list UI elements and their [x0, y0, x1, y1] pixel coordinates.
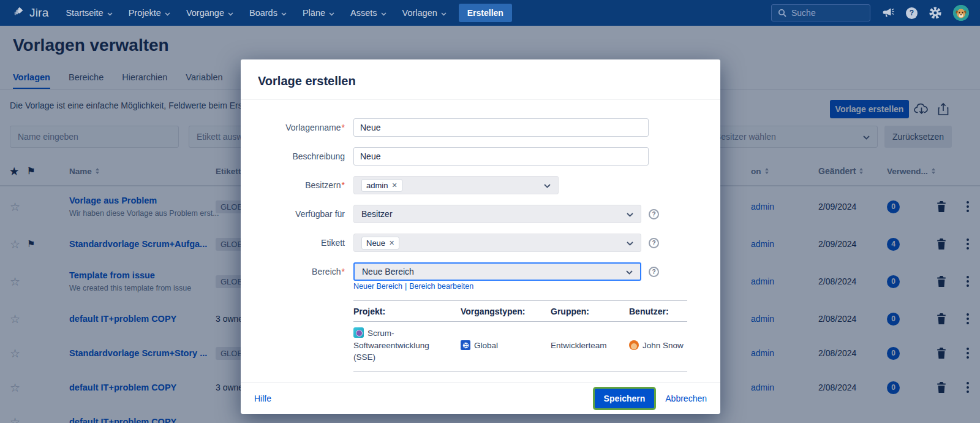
create-button[interactable]: Erstellen	[459, 4, 512, 22]
preview-users-header: Benutzer:	[629, 307, 687, 316]
chevron-down-icon	[627, 238, 633, 248]
owner-chip: admin✕	[361, 179, 402, 192]
new-scope-link[interactable]: Neuer Bereich	[353, 282, 402, 291]
jira-logo-icon	[12, 6, 26, 20]
chevron-down-icon	[381, 8, 386, 18]
edit-scope-link[interactable]: Bereich bearbeiten	[409, 282, 473, 291]
brand-label: Jira	[29, 6, 48, 20]
modal-header: Vorlage erstellen	[241, 59, 720, 100]
top-navbar: Jira StartseiteProjekteVorgängeBoardsPlä…	[0, 0, 980, 26]
modal-body: Vorlagenname* Beschreibung Besitzern* ad…	[241, 100, 720, 372]
scope-label: Bereich*	[258, 267, 345, 276]
label-help-icon[interactable]: ?	[649, 238, 659, 248]
announcements-megaphone-icon[interactable]	[881, 7, 895, 19]
label-select[interactable]: Neue✕	[353, 234, 641, 252]
nav-item-assets[interactable]: Assets	[344, 4, 393, 21]
chevron-down-icon	[165, 8, 170, 18]
preview-groups-header: Gruppen:	[551, 307, 629, 316]
nav-item-boards[interactable]: Boards	[243, 4, 293, 21]
chevron-down-icon	[441, 8, 447, 18]
remove-owner-icon[interactable]: ✕	[391, 181, 397, 189]
save-button[interactable]: Speichern	[595, 389, 655, 408]
preview-project-cell: Scrum-Softwareentwicklung (SSE)	[353, 327, 461, 364]
description-label: Beschreibung	[258, 151, 345, 161]
preview-groups-cell: Entwicklerteam	[551, 341, 629, 350]
nav-item-projekte[interactable]: Projekte	[123, 4, 176, 21]
chevron-down-icon	[281, 8, 287, 18]
create-template-modal: Vorlage erstellen Vorlagenname* Beschrei…	[241, 59, 720, 414]
modal-title: Vorlage erstellen	[258, 74, 356, 88]
scope-select[interactable]: Neue Bereich	[353, 262, 641, 281]
chevron-down-icon	[107, 8, 113, 18]
scope-help-icon[interactable]: ?	[649, 267, 659, 277]
remove-label-icon[interactable]: ✕	[389, 239, 394, 247]
modal-footer: Hilfe Speichern Abbrechen	[241, 382, 720, 414]
preview-users-cell: John Snow	[629, 340, 687, 350]
available-for-label: Verfügbar für	[258, 209, 345, 219]
template-name-label: Vorlagenname*	[258, 123, 345, 132]
user-avatar-icon	[629, 340, 639, 350]
global-scope-icon	[461, 340, 470, 350]
scope-preview-table: Projekt: Vorgangstypen: Gruppen: Benutze…	[353, 300, 687, 372]
chevron-down-icon	[544, 180, 551, 190]
help-link[interactable]: Hilfe	[254, 394, 271, 403]
chevron-down-icon	[228, 8, 233, 18]
available-for-help-icon[interactable]: ?	[649, 209, 659, 219]
label-field-label: Etikett	[258, 238, 345, 248]
search-box[interactable]	[771, 4, 870, 21]
description-input[interactable]	[353, 147, 649, 166]
help-icon[interactable]: ?	[906, 7, 918, 19]
nav-item-startseite[interactable]: Startseite	[59, 4, 118, 21]
nav-menu: StartseiteProjekteVorgängeBoardsPläneAss…	[59, 4, 452, 21]
nav-item-vorg-nge[interactable]: Vorgänge	[180, 4, 239, 21]
nav-item-pl-ne[interactable]: Pläne	[296, 4, 341, 21]
chevron-down-icon	[329, 8, 334, 18]
search-input[interactable]	[791, 8, 859, 18]
preview-issuetypes-cell: Global	[461, 340, 551, 350]
search-icon	[778, 9, 786, 17]
settings-gear-icon[interactable]	[929, 6, 942, 20]
owners-label: Besitzern*	[258, 180, 345, 190]
scope-links: Neuer Bereich|Bereich bearbeiten	[353, 282, 703, 291]
project-avatar-icon	[353, 327, 364, 338]
template-name-input[interactable]	[353, 118, 649, 137]
preview-project-header: Projekt:	[353, 307, 461, 316]
cancel-link[interactable]: Abbrechen	[665, 394, 707, 403]
chevron-down-icon	[626, 267, 633, 276]
nav-item-vorlagen[interactable]: Vorlagen	[396, 4, 453, 21]
owners-select[interactable]: admin✕	[353, 176, 559, 194]
preview-issuetypes-header: Vorgangstypen:	[461, 307, 551, 316]
label-chip: Neue✕	[361, 237, 399, 250]
jira-brand[interactable]: Jira	[0, 6, 59, 20]
chevron-down-icon	[627, 209, 633, 219]
user-avatar[interactable]	[953, 5, 969, 21]
available-for-select[interactable]: Besitzer	[353, 205, 641, 223]
